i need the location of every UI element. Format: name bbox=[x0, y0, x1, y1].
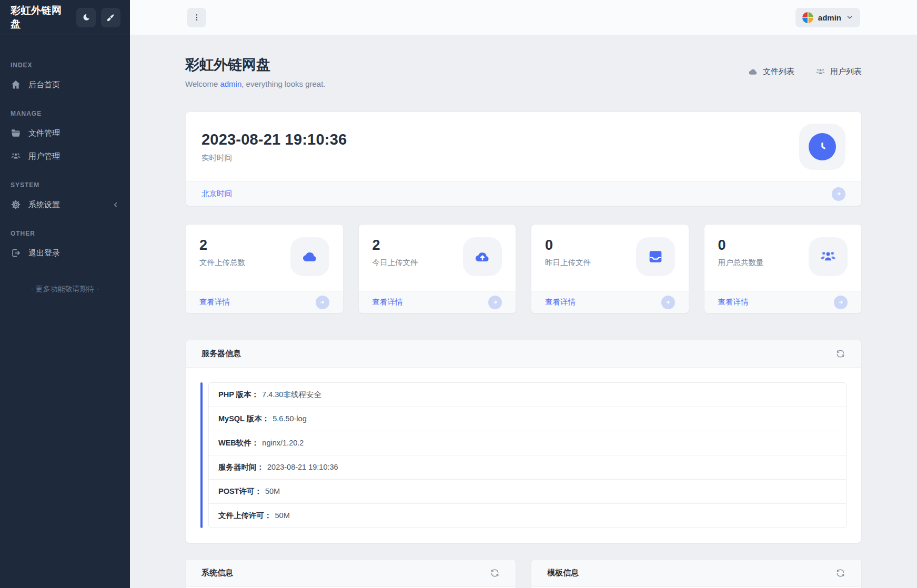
stat-text: 0 用户总共数量 bbox=[718, 237, 764, 268]
page-head-left: 彩虹外链网盘 Welcome admin, everything looks g… bbox=[185, 55, 326, 88]
page-head: 彩虹外链网盘 Welcome admin, everything looks g… bbox=[185, 55, 862, 88]
dark-mode-button[interactable] bbox=[76, 8, 96, 27]
page-title: 彩虹外链网盘 bbox=[185, 55, 326, 74]
nav-section-other: OTHER bbox=[0, 230, 130, 237]
sidebar-item-logout[interactable]: 退出登录 bbox=[0, 241, 130, 265]
theme-brush-button[interactable] bbox=[101, 8, 120, 27]
stat-footer: 查看详情 bbox=[531, 291, 689, 313]
panel-title: 系统信息 bbox=[201, 568, 233, 578]
welcome-text: Welcome admin, everything looks great. bbox=[185, 79, 326, 88]
stat-text: 2 今日上传文件 bbox=[372, 237, 418, 268]
row-value: nginx/1.20.2 bbox=[262, 439, 304, 447]
template-info-card: 模板信息 您使用的已是最新版本！ bbox=[531, 559, 862, 588]
user-menu-button[interactable]: admin bbox=[795, 8, 860, 27]
arrow-circle-right-icon[interactable] bbox=[832, 187, 845, 201]
users-icon bbox=[815, 67, 825, 77]
view-details-link[interactable]: 查看详情 bbox=[718, 297, 749, 307]
sidebar-logo-bar: 彩虹外链网盘 bbox=[0, 0, 130, 35]
server-info-list: PHP 版本：7.4.30非线程安全 MySQL 版本：5.6.50-log W… bbox=[200, 382, 847, 528]
server-info-row: WEB软件：nginx/1.20.2 bbox=[209, 431, 846, 455]
server-info-card: 服务器信息 PHP 版本：7.4.30非线程安全 MySQL 版本：5.6.50… bbox=[185, 340, 862, 543]
welcome-user-link[interactable]: admin bbox=[220, 79, 241, 88]
server-info-box: PHP 版本：7.4.30非线程安全 MySQL 版本：5.6.50-log W… bbox=[208, 382, 847, 528]
user-name: admin bbox=[818, 13, 841, 22]
panel-title: 模板信息 bbox=[547, 568, 579, 578]
sidebar-item-label: 后台首页 bbox=[28, 80, 60, 90]
row-value: 7.4.30非线程安全 bbox=[262, 390, 321, 399]
stat-footer: 查看详情 bbox=[704, 291, 862, 313]
clock-card-body: 2023-08-21 19:10:36 实时时间 bbox=[186, 112, 861, 181]
quick-link-label: 用户列表 bbox=[830, 67, 862, 77]
stat-text: 2 文件上传总数 bbox=[199, 237, 245, 268]
nav-section-manage: MANAGE bbox=[0, 110, 130, 117]
sidebar-footnote: - 更多功能敬请期待 - bbox=[0, 285, 130, 294]
stat-value: 0 bbox=[545, 237, 591, 254]
row-label: MySQL 版本： bbox=[218, 414, 269, 423]
beijing-time-link[interactable]: 北京时间 bbox=[201, 189, 232, 199]
stat-footer: 查看详情 bbox=[359, 291, 516, 313]
stats-grid: 2 文件上传总数 查看详情 2 bbox=[185, 224, 862, 313]
stat-label: 文件上传总数 bbox=[199, 258, 245, 268]
arrow-circle-right-icon[interactable] bbox=[316, 296, 329, 309]
sidebar: 彩虹外链网盘 INDEX 后台首页 MANAGE 文件管理 bbox=[0, 0, 130, 588]
nav-section-system: SYSTEM bbox=[0, 181, 130, 189]
system-info-card: 系统信息 您使用的已是最新版本！ bbox=[185, 559, 516, 588]
sidebar-item-label: 文件管理 bbox=[28, 128, 60, 138]
nav-section-index: INDEX bbox=[0, 62, 130, 69]
sidebar-item-settings[interactable]: 系统设置 bbox=[0, 193, 130, 216]
stat-label: 用户总共数量 bbox=[718, 258, 764, 268]
view-details-link[interactable]: 查看详情 bbox=[199, 297, 230, 307]
home-icon bbox=[11, 79, 21, 90]
sidebar-item-label: 用户管理 bbox=[28, 151, 60, 161]
stat-label: 今日上传文件 bbox=[372, 258, 418, 268]
server-info-row: 文件上传许可：50M bbox=[209, 504, 846, 528]
stat-card-total-users: 0 用户总共数量 查看详情 bbox=[704, 224, 862, 313]
refresh-icon[interactable] bbox=[835, 349, 845, 359]
cloud-upload-icon bbox=[463, 237, 502, 276]
arrow-circle-right-icon[interactable] bbox=[834, 296, 848, 309]
moon-icon bbox=[82, 13, 90, 22]
stat-body: 0 用户总共数量 bbox=[704, 225, 862, 291]
menu-toggle-button[interactable] bbox=[187, 8, 206, 27]
gear-icon bbox=[11, 199, 21, 210]
sidebar-item-dashboard[interactable]: 后台首页 bbox=[0, 73, 130, 96]
server-info-row: 服务器时间：2023-08-21 19:10:36 bbox=[209, 455, 846, 480]
stat-body: 2 文件上传总数 bbox=[186, 225, 343, 291]
current-time: 2023-08-21 19:10:36 bbox=[201, 131, 347, 148]
user-list-link[interactable]: 用户列表 bbox=[815, 67, 862, 77]
refresh-icon[interactable] bbox=[835, 568, 845, 578]
stat-card-yesterday-uploads: 0 昨日上传文件 查看详情 bbox=[531, 224, 689, 313]
stat-card-today-uploads: 2 今日上传文件 查看详情 bbox=[358, 224, 517, 313]
view-details-link[interactable]: 查看详情 bbox=[545, 297, 576, 307]
stat-label: 昨日上传文件 bbox=[545, 258, 591, 268]
bottom-grid: 系统信息 您使用的已是最新版本！ 模板信息 bbox=[185, 559, 862, 588]
kebab-icon bbox=[192, 13, 201, 22]
accent-bar bbox=[200, 382, 203, 528]
sidebar-item-files[interactable]: 文件管理 bbox=[0, 121, 130, 145]
arrow-circle-right-icon[interactable] bbox=[488, 296, 502, 309]
sidebar-item-users[interactable]: 用户管理 bbox=[0, 145, 130, 168]
row-value: 2023-08-21 19:10:36 bbox=[267, 463, 338, 471]
stat-value: 2 bbox=[199, 237, 245, 254]
inbox-icon bbox=[636, 237, 675, 276]
logout-icon bbox=[11, 248, 21, 258]
quick-link-label: 文件列表 bbox=[763, 67, 794, 77]
clock-card-footer: 北京时间 bbox=[186, 181, 861, 206]
panel-title: 服务器信息 bbox=[201, 349, 241, 359]
refresh-icon[interactable] bbox=[490, 568, 500, 578]
view-details-link[interactable]: 查看详情 bbox=[372, 297, 403, 307]
arrow-circle-right-icon[interactable] bbox=[661, 296, 675, 309]
users-icon bbox=[11, 151, 21, 161]
realtime-clock-card: 2023-08-21 19:10:36 实时时间 北京时间 bbox=[185, 111, 862, 206]
brush-icon bbox=[106, 13, 115, 22]
avatar bbox=[802, 12, 813, 23]
clock-iconbox bbox=[799, 124, 845, 170]
row-label: 文件上传许可： bbox=[218, 511, 272, 520]
app-logo: 彩虹外链网盘 bbox=[11, 4, 71, 31]
sidebar-nav: INDEX 后台首页 MANAGE 文件管理 用户管理 SYSTEM 系统设置 bbox=[0, 35, 130, 294]
clock-card-text: 2023-08-21 19:10:36 实时时间 bbox=[201, 131, 347, 163]
file-list-link[interactable]: 文件列表 bbox=[748, 67, 794, 77]
server-info-body: PHP 版本：7.4.30非线程安全 MySQL 版本：5.6.50-log W… bbox=[186, 368, 861, 543]
row-value: 50M bbox=[275, 511, 290, 520]
system-info-header: 系统信息 bbox=[186, 560, 516, 587]
